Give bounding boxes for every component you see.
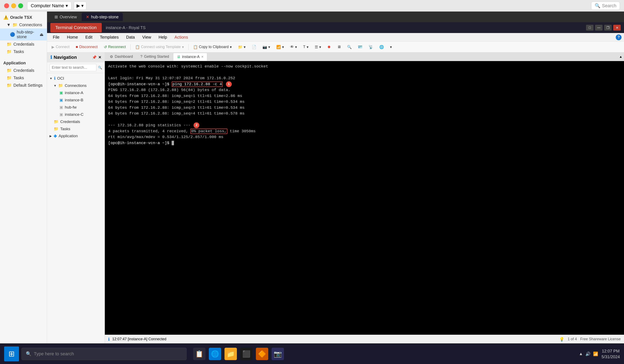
taskbar-icon-terminal[interactable]: ⬛ xyxy=(240,348,253,360)
tab-overview[interactable]: ⊞ Overview xyxy=(50,13,81,21)
folder-icon: 📁 xyxy=(7,49,12,54)
highlight-ping-cmd: ping 172.16.2.88 -c 4 xyxy=(172,81,223,87)
connect-button[interactable]: ▶ Connect xyxy=(49,44,72,51)
rts-titlebar: Terminal Connection instance-A - Royal T… xyxy=(47,22,624,33)
folder-icon: 📁 xyxy=(7,68,12,73)
reconnect-button[interactable]: ↺ Reconnect xyxy=(101,44,128,51)
maximize-win-button[interactable]: ❐ xyxy=(604,25,612,30)
monitor-icon: 🖥 xyxy=(337,45,341,49)
menu-templates[interactable]: Templates xyxy=(97,34,122,41)
app-icon: 🔷 xyxy=(53,134,57,138)
tab-dashboard[interactable]: ⚙ Dashboard xyxy=(106,53,136,61)
taskbar-time[interactable]: 12:07 PM 5/31/2024 xyxy=(601,348,620,360)
sidebar-item-connections[interactable]: ▼ 📁 Connections xyxy=(0,21,47,28)
main-area: ⊞ Overview ✕ hub-step-stone Terminal Con… xyxy=(47,12,624,343)
search-bar[interactable]: 🔍 Search xyxy=(591,2,620,10)
oci-icon: ℹ xyxy=(54,76,55,81)
toolbar-btn-10[interactable]: 🪪 xyxy=(355,44,365,51)
chevron-icon: ▾ xyxy=(182,45,184,49)
sidebar-default-settings[interactable]: 📁 Default Settings xyxy=(0,81,47,89)
sidebar-item-tasks[interactable]: 📁 Tasks xyxy=(0,48,47,55)
close-tab-btn[interactable]: ✕ xyxy=(201,55,204,58)
pin-icon[interactable]: 📌 xyxy=(92,55,97,60)
conn-icon: 🔵 xyxy=(10,32,15,37)
terminal-scroll-up[interactable]: ▲ xyxy=(619,55,622,59)
toolbar-btn-network[interactable]: 🌐 xyxy=(377,44,386,51)
sidebar-item-hub-step-stone[interactable]: 🔵 hub-step-stone ⏏ xyxy=(0,28,47,40)
traffic-lights xyxy=(4,3,23,8)
menu-help[interactable]: Help xyxy=(155,34,170,41)
menu-edit[interactable]: Edit xyxy=(82,34,96,41)
maximize-button[interactable] xyxy=(18,3,23,8)
toolbar-btn-6[interactable]: 📶 ▾ xyxy=(274,44,286,51)
status-light-icon: 💡 xyxy=(559,337,564,342)
toolbar-btn-9[interactable]: ☰ ▾ xyxy=(312,44,324,51)
terminal-line-blank2 xyxy=(108,117,621,123)
connect-template-button[interactable]: 📋 Connect using Template ▾ xyxy=(133,44,186,51)
tree-item-credentials[interactable]: 📁 Credentials xyxy=(47,118,104,125)
menu-actions[interactable]: Actions xyxy=(171,34,191,41)
rts-title-center: Terminal Connection instance-A - Royal T… xyxy=(50,23,146,32)
files-icon: 📁 xyxy=(227,350,235,358)
menu-home[interactable]: Home xyxy=(64,34,81,41)
tree-item-instance-b[interactable]: ▣ instance-B xyxy=(47,96,104,104)
toolbar-btn-search[interactable]: 🔍 xyxy=(345,44,354,51)
oracle-tsx-label: Oracle TSX xyxy=(10,15,32,20)
close-button[interactable] xyxy=(4,3,9,8)
copy-clipboard-button[interactable]: 📋 Copy to Clipboard ▾ xyxy=(191,44,234,51)
network-icon: 🌐 xyxy=(379,45,384,49)
tab-instance-a[interactable]: 🖥 instance-A ✕ xyxy=(173,53,207,61)
dashboard-label: Dashboard xyxy=(115,54,133,59)
tab-getting-started[interactable]: ? Getting Started xyxy=(137,53,172,60)
toolbar-btn-5[interactable]: 📄 xyxy=(249,44,259,51)
close-nav-icon[interactable]: ✕ xyxy=(98,55,101,60)
toolbar-btn-monitor[interactable]: 🖥 xyxy=(335,44,343,50)
chevron-down-icon: ▼ xyxy=(7,23,11,27)
taskbar-icon-app1[interactable]: 🔶 xyxy=(256,348,268,360)
taskbar-search[interactable]: 🔍 Type here to search xyxy=(22,348,186,360)
taskbar-icon-browser[interactable]: 🌐 xyxy=(209,348,221,360)
taskbar-icon-files[interactable]: 📁 xyxy=(225,348,237,360)
sidebar-item-credentials[interactable]: 📁 Credentials xyxy=(0,40,47,48)
nav-info-icon: ℹ xyxy=(50,55,52,60)
help-icon[interactable]: ? xyxy=(616,34,622,40)
terminal-line-stats-header: --- 172.16.2.88 ping statistics --- 2 xyxy=(108,122,621,128)
computer-name-dropdown[interactable]: Computer Name ▾ xyxy=(27,2,71,10)
tray-icon-2: 🔊 xyxy=(585,351,591,356)
tab-hub-step-stone[interactable]: ✕ hub-step-stone xyxy=(82,13,123,21)
tree-item-tasks[interactable]: 📁 Tasks xyxy=(47,125,104,132)
list-icon: ☰ xyxy=(315,45,318,49)
title-bar: Computer Name ▾ ▶ ▾ 🔍 Search xyxy=(0,0,624,12)
terminal-tabs: ⚙ Dashboard ? Getting Started 🖥 instance… xyxy=(105,52,624,61)
tree-item-oci[interactable]: ▼ ℹ OCI xyxy=(47,75,104,82)
toolbar-btn-4[interactable]: 📁 ▾ xyxy=(235,44,248,51)
taskbar-icon-clipboard[interactable]: 📋 xyxy=(193,348,206,360)
terminal-connection-tab[interactable]: Terminal Connection xyxy=(50,23,102,32)
toolbar-btn-red-circle[interactable]: ⏺ xyxy=(325,44,334,50)
tree-item-connections[interactable]: ▼ 📁 Connections xyxy=(47,82,104,89)
toolbar-btn-7[interactable]: 👁 ▾ xyxy=(288,44,299,51)
nav-search-input[interactable] xyxy=(50,64,96,71)
toolbar-btn-more[interactable]: ▾ xyxy=(388,44,394,51)
restore-button[interactable]: □ xyxy=(586,25,594,30)
tree-item-instance-c[interactable]: ▣ instance-C xyxy=(47,111,104,118)
disconnect-button[interactable]: ■ Disconnect xyxy=(73,44,100,50)
start-button[interactable]: ⊞ xyxy=(4,346,19,361)
minimize-win-button[interactable]: — xyxy=(595,25,602,30)
sidebar-app-credentials[interactable]: 📁 Credentials xyxy=(0,67,47,74)
menu-file[interactable]: File xyxy=(50,34,63,41)
tree-item-instance-a[interactable]: ▣ instance-A xyxy=(47,89,104,96)
menu-view[interactable]: View xyxy=(139,34,154,41)
sidebar-app-tasks[interactable]: 📁 Tasks xyxy=(0,74,47,81)
minimize-button[interactable] xyxy=(11,3,16,8)
tree-item-hub-fw[interactable]: ▣ hub-fw xyxy=(47,104,104,111)
refresh-icon: ↺ xyxy=(104,45,107,49)
play-button[interactable]: ▶ ▾ xyxy=(74,2,86,10)
taskbar-icon-app2[interactable]: 📷 xyxy=(272,348,284,360)
tree-item-application[interactable]: ▶ 🔷 Application xyxy=(47,132,104,139)
toolbar-btn-8[interactable]: T ▾ xyxy=(301,44,311,51)
toolbar-btn-wifi[interactable]: 📡 xyxy=(366,44,376,51)
menu-data[interactable]: Data xyxy=(123,34,138,41)
toolbar-btn-camera[interactable]: 📷 ▾ xyxy=(260,44,273,51)
close-win-button[interactable]: ✕ xyxy=(613,25,621,30)
